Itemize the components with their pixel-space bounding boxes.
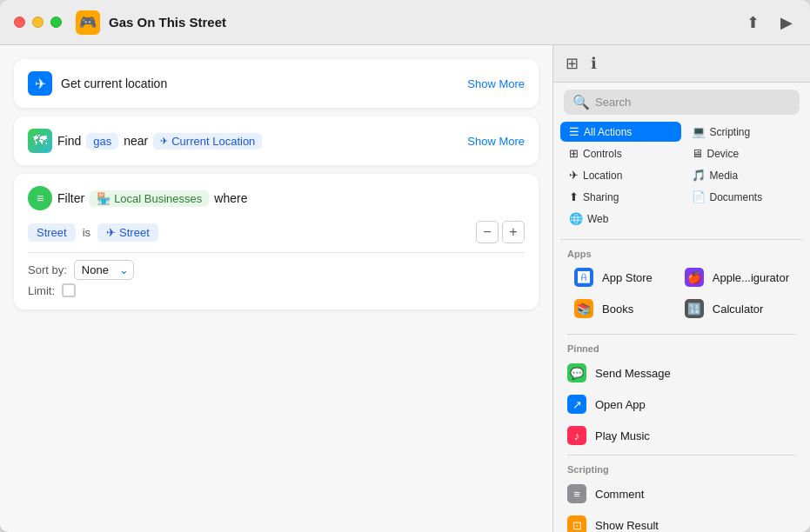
pinned-divider xyxy=(567,334,796,335)
tab-web[interactable]: 🌐 Web xyxy=(560,209,681,229)
device-icon: 🖥 xyxy=(692,147,703,160)
sidebar-item-open-app[interactable]: ↗ Open App xyxy=(560,389,803,420)
controls-label: Controls xyxy=(583,148,622,160)
sidebar-item-books[interactable]: 📚 Books xyxy=(567,294,676,323)
remove-filter-button[interactable]: − xyxy=(476,221,499,243)
scripting-icon: 💻 xyxy=(692,125,706,138)
comment-label: Comment xyxy=(595,488,644,501)
action-get-location: ✈ Get current location Show More xyxy=(14,59,539,108)
open-app-icon: ↗ xyxy=(567,395,586,414)
calculator-icon: 🔢 xyxy=(685,299,704,318)
limit-checkbox[interactable] xyxy=(62,283,76,297)
sidebar-item-apple-configurator[interactable]: 🍎 Apple...igurator xyxy=(678,263,796,292)
limit-row: Limit: xyxy=(28,283,525,297)
sidebar-item-show-result[interactable]: ⊡ Show Result xyxy=(560,509,803,532)
sort-select-wrapper: None Name Date xyxy=(74,260,134,280)
filter-suffix: where xyxy=(214,191,247,205)
filter-field-text: Street xyxy=(37,226,67,239)
biz-text: Local Businesses xyxy=(114,192,202,205)
books-icon: 📚 xyxy=(574,299,593,318)
local-businesses-token[interactable]: 🏪 Local Businesses xyxy=(90,190,209,207)
apps-grid: 🅰 App Store 🍎 Apple...igurator 📚 Books 🔢… xyxy=(560,263,803,330)
sidebar-item-send-message[interactable]: 💬 Send Message xyxy=(560,357,803,389)
titlebar: 🎮 Gas On This Street ⬆ ▶ xyxy=(0,0,810,45)
window-title: Gas On This Street xyxy=(109,15,743,30)
filter-prefix: Filter xyxy=(57,191,84,205)
sort-select[interactable]: None Name Date xyxy=(74,260,134,280)
search-input[interactable] xyxy=(595,96,791,109)
show-more-button-1[interactable]: Show More xyxy=(467,135,525,148)
sort-label: Sort by: xyxy=(28,263,67,276)
close-button[interactable] xyxy=(14,17,25,28)
filter-value-tag[interactable]: ✈ Street xyxy=(97,223,158,242)
all-actions-icon: ☰ xyxy=(569,125,579,138)
action-title: Get current location xyxy=(61,76,167,90)
location-icon-small: ✈ xyxy=(160,136,168,147)
apps-divider xyxy=(560,239,803,240)
maximize-button[interactable] xyxy=(50,17,62,28)
filter-icon: ≡ xyxy=(28,186,52,210)
sidebar-item-calculator[interactable]: 🔢 Calculator xyxy=(678,294,796,323)
minimize-button[interactable] xyxy=(32,17,44,28)
find-row: 🗺 Find gas near ✈ Current Location xyxy=(28,129,262,153)
filter-condition: Street is ✈ Street − + xyxy=(28,221,525,243)
scripting-label: Scripting xyxy=(710,126,751,138)
controls-icon: ⊞ xyxy=(569,147,579,160)
gas-token[interactable]: gas xyxy=(86,133,118,150)
sidebar-item-play-music[interactable]: ♪ Play Music xyxy=(560,420,803,451)
main-content: ✈ Get current location Show More 🗺 Find … xyxy=(0,45,810,532)
action-find-gas: 🗺 Find gas near ✈ Current Location Show … xyxy=(14,116,539,165)
scripting-section-title: Scripting xyxy=(560,459,803,478)
documents-icon: 📄 xyxy=(692,190,706,203)
location-token-text: Current Location xyxy=(171,135,255,148)
add-action-button[interactable]: ⊞ xyxy=(564,52,580,75)
books-label: Books xyxy=(602,303,633,316)
open-app-label: Open App xyxy=(595,398,646,411)
tab-location[interactable]: ✈ Location xyxy=(560,165,681,185)
show-result-icon: ⊡ xyxy=(567,515,586,532)
media-label: Media xyxy=(710,170,739,182)
category-grid: ☰ All Actions 💻 Scripting ⊞ Controls 🖥 D… xyxy=(553,122,810,236)
tab-controls[interactable]: ⊞ Controls xyxy=(560,143,681,163)
location-label: Location xyxy=(583,170,622,182)
show-result-label: Show Result xyxy=(595,519,659,532)
show-more-button-0[interactable]: Show More xyxy=(467,77,525,90)
tab-media[interactable]: 🎵 Media xyxy=(683,165,804,185)
tab-documents[interactable]: 📄 Documents xyxy=(683,187,804,207)
play-button[interactable]: ▶ xyxy=(777,10,796,36)
tab-sharing[interactable]: ⬆ Sharing xyxy=(560,187,681,207)
web-icon: 🌐 xyxy=(569,212,583,225)
scripting-divider xyxy=(567,455,796,456)
play-music-icon: ♪ xyxy=(567,426,586,445)
filter-value-icon: ✈ xyxy=(106,226,116,239)
info-button[interactable]: ℹ xyxy=(589,52,599,75)
location-icon: ✈ xyxy=(28,71,52,96)
filter-field-tag[interactable]: Street xyxy=(28,223,76,242)
tab-scripting[interactable]: 💻 Scripting xyxy=(683,122,804,142)
app-store-label: App Store xyxy=(602,271,653,284)
all-actions-label: All Actions xyxy=(584,126,632,138)
web-label: Web xyxy=(587,213,608,225)
share-button[interactable]: ⬆ xyxy=(743,10,763,36)
filter-op-text: is xyxy=(83,226,90,239)
search-bar: 🔍 xyxy=(564,90,800,115)
play-music-label: Play Music xyxy=(595,429,650,442)
sidebar-item-app-store[interactable]: 🅰 App Store xyxy=(567,263,676,292)
add-filter-button[interactable]: + xyxy=(502,221,525,243)
app-icon: 🎮 xyxy=(76,10,100,35)
find-prefix: Find xyxy=(57,134,81,148)
location-tab-icon: ✈ xyxy=(569,169,579,182)
tab-device[interactable]: 🖥 Device xyxy=(683,143,804,163)
device-label: Device xyxy=(707,148,740,160)
pinned-section-title: Pinned xyxy=(560,338,803,357)
current-location-token[interactable]: ✈ Current Location xyxy=(153,133,262,150)
near-text: near xyxy=(124,134,148,148)
media-icon: 🎵 xyxy=(692,169,706,182)
tab-all-actions[interactable]: ☰ All Actions xyxy=(560,122,681,142)
sort-row: Sort by: None Name Date xyxy=(28,260,525,280)
sidebar-item-comment[interactable]: ≡ Comment xyxy=(560,478,803,509)
right-header: ⊞ ℹ xyxy=(553,45,810,83)
send-message-icon: 💬 xyxy=(567,363,586,382)
action-left: ✈ Get current location xyxy=(28,71,167,96)
filter-divider xyxy=(28,252,525,253)
